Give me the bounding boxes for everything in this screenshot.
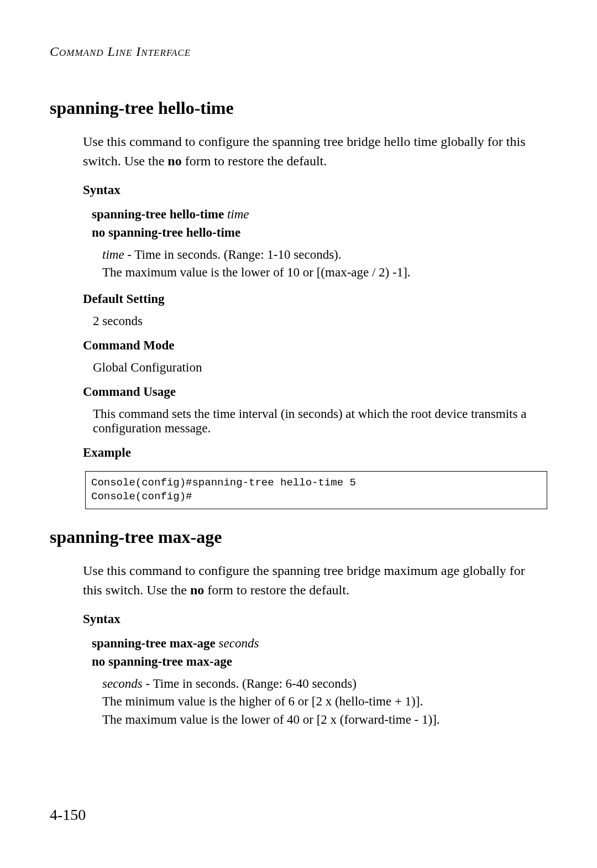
section-max-age-content: Use this command to configure the spanni… [50, 561, 547, 729]
param-description: seconds - Time in seconds. (Range: 6-40 … [83, 675, 547, 729]
section-title-max-age: spanning-tree max-age [50, 527, 547, 547]
default-heading: Default Setting [83, 292, 547, 306]
desc-text: form to restore the default. [182, 154, 327, 168]
section-hello-time-content: Use this command to configure the spanni… [50, 132, 547, 509]
syntax-line: spanning-tree hello-time time [83, 205, 547, 223]
param-extra: The maximum value is the lower of 40 or … [102, 713, 440, 726]
param-description: time - Time in seconds. (Range: 1-10 sec… [83, 246, 547, 281]
desc-text: form to restore the default. [204, 583, 349, 597]
param-extra: The maximum value is the lower of 10 or … [102, 265, 411, 279]
example-heading: Example [83, 446, 547, 460]
syntax-heading: Syntax [83, 183, 547, 197]
page-number: 4-150 [50, 806, 86, 824]
param-text: - Time in seconds. (Range: 1-10 seconds)… [124, 248, 342, 262]
syntax-param: time [227, 207, 249, 221]
param-name: seconds [102, 677, 143, 691]
syntax-param: seconds [219, 636, 259, 650]
syntax-line: spanning-tree max-age seconds [83, 634, 547, 652]
max-age-description: Use this command to configure the spanni… [83, 561, 547, 600]
param-extra: The minimum value is the higher of 6 or … [102, 694, 423, 708]
syntax-command: spanning-tree max-age [92, 636, 216, 650]
param-text: - Time in seconds. (Range: 6-40 seconds) [143, 677, 357, 691]
example-code-block: Console(config)#spanning-tree hello-time… [85, 471, 547, 509]
syntax-no-line: no spanning-tree hello-time [83, 223, 547, 242]
desc-no-keyword: no [190, 583, 204, 597]
hello-time-description: Use this command to configure the spanni… [83, 132, 547, 171]
usage-heading: Command Usage [83, 385, 547, 399]
mode-heading: Command Mode [83, 338, 547, 353]
syntax-command: spanning-tree hello-time [92, 207, 224, 221]
syntax-heading: Syntax [83, 612, 547, 626]
mode-value: Global Configuration [83, 360, 547, 375]
usage-text: This command sets the time interval (in … [83, 407, 547, 436]
desc-no-keyword: no [167, 154, 181, 168]
default-value: 2 seconds [83, 314, 547, 328]
section-title-hello-time: spanning-tree hello-time [50, 98, 547, 118]
param-name: time [102, 248, 124, 262]
syntax-no-line: no spanning-tree max-age [83, 652, 547, 671]
page-header: Command Line Interface [50, 44, 547, 59]
